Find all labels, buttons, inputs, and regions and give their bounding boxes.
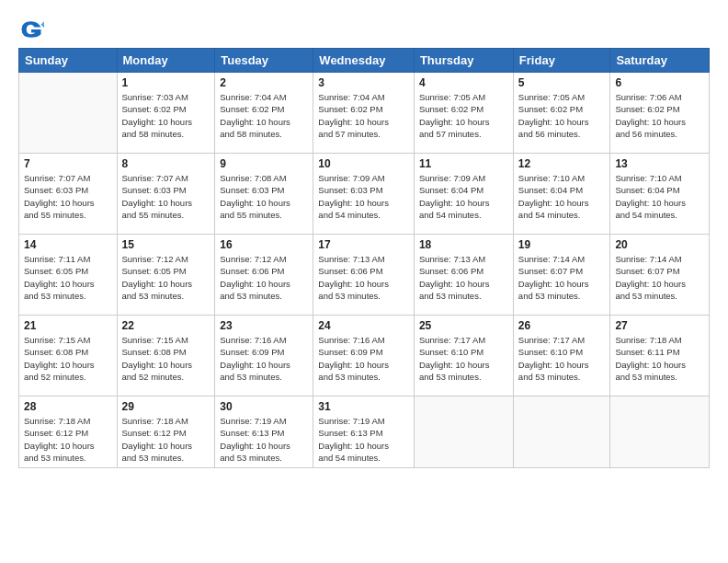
calendar-cell: 21Sunrise: 7:15 AM Sunset: 6:08 PM Dayli… xyxy=(19,316,118,396)
day-number: 22 xyxy=(122,319,210,332)
day-number: 4 xyxy=(419,76,508,89)
day-info: Sunrise: 7:05 AM Sunset: 6:02 PM Dayligh… xyxy=(518,91,606,140)
day-info: Sunrise: 7:09 AM Sunset: 6:04 PM Dayligh… xyxy=(419,172,508,221)
calendar-cell: 20Sunrise: 7:14 AM Sunset: 6:07 PM Dayli… xyxy=(610,235,710,316)
day-info: Sunrise: 7:04 AM Sunset: 6:02 PM Dayligh… xyxy=(318,91,409,140)
weekday-header-saturday: Saturday xyxy=(610,49,710,73)
calendar-cell: 18Sunrise: 7:13 AM Sunset: 6:06 PM Dayli… xyxy=(414,235,513,316)
day-info: Sunrise: 7:10 AM Sunset: 6:04 PM Dayligh… xyxy=(518,172,606,221)
day-info: Sunrise: 7:10 AM Sunset: 6:04 PM Dayligh… xyxy=(615,172,704,221)
day-number: 20 xyxy=(615,238,704,251)
day-number: 18 xyxy=(419,238,508,251)
day-number: 12 xyxy=(518,157,606,170)
calendar-cell: 3Sunrise: 7:04 AM Sunset: 6:02 PM Daylig… xyxy=(313,73,415,154)
calendar-cell xyxy=(610,396,710,468)
day-info: Sunrise: 7:14 AM Sunset: 6:07 PM Dayligh… xyxy=(615,253,704,302)
day-number: 25 xyxy=(419,319,508,332)
day-info: Sunrise: 7:19 AM Sunset: 6:13 PM Dayligh… xyxy=(318,415,409,464)
calendar-cell: 25Sunrise: 7:17 AM Sunset: 6:10 PM Dayli… xyxy=(414,316,513,396)
day-number: 1 xyxy=(122,76,210,89)
day-number: 27 xyxy=(615,319,704,332)
calendar-cell xyxy=(19,73,118,154)
calendar-cell: 29Sunrise: 7:18 AM Sunset: 6:12 PM Dayli… xyxy=(117,396,215,468)
day-info: Sunrise: 7:03 AM Sunset: 6:02 PM Dayligh… xyxy=(122,91,210,140)
header xyxy=(18,17,710,42)
day-info: Sunrise: 7:16 AM Sunset: 6:09 PM Dayligh… xyxy=(318,334,409,383)
calendar-cell: 2Sunrise: 7:04 AM Sunset: 6:02 PM Daylig… xyxy=(215,73,313,154)
day-info: Sunrise: 7:15 AM Sunset: 6:08 PM Dayligh… xyxy=(24,334,112,383)
day-info: Sunrise: 7:07 AM Sunset: 6:03 PM Dayligh… xyxy=(122,172,210,221)
page: SundayMondayTuesdayWednesdayThursdayFrid… xyxy=(0,0,728,563)
weekday-header-friday: Friday xyxy=(513,49,610,73)
day-number: 9 xyxy=(220,157,308,170)
calendar-cell: 22Sunrise: 7:15 AM Sunset: 6:08 PM Dayli… xyxy=(117,316,215,396)
day-info: Sunrise: 7:04 AM Sunset: 6:02 PM Dayligh… xyxy=(220,91,308,140)
day-number: 7 xyxy=(24,157,112,170)
day-info: Sunrise: 7:18 AM Sunset: 6:11 PM Dayligh… xyxy=(615,334,704,383)
day-number: 23 xyxy=(220,319,308,332)
day-info: Sunrise: 7:07 AM Sunset: 6:03 PM Dayligh… xyxy=(24,172,112,221)
day-number: 19 xyxy=(518,238,606,251)
day-info: Sunrise: 7:17 AM Sunset: 6:10 PM Dayligh… xyxy=(518,334,606,383)
day-info: Sunrise: 7:12 AM Sunset: 6:06 PM Dayligh… xyxy=(220,253,308,302)
calendar-cell: 6Sunrise: 7:06 AM Sunset: 6:02 PM Daylig… xyxy=(610,73,710,154)
calendar-cell: 26Sunrise: 7:17 AM Sunset: 6:10 PM Dayli… xyxy=(513,316,610,396)
day-number: 8 xyxy=(122,157,210,170)
calendar-cell: 12Sunrise: 7:10 AM Sunset: 6:04 PM Dayli… xyxy=(513,154,610,235)
weekday-header-sunday: Sunday xyxy=(19,49,118,73)
week-row-2: 7Sunrise: 7:07 AM Sunset: 6:03 PM Daylig… xyxy=(19,154,710,235)
logo xyxy=(18,17,46,42)
day-info: Sunrise: 7:08 AM Sunset: 6:03 PM Dayligh… xyxy=(220,172,308,221)
calendar-cell: 30Sunrise: 7:19 AM Sunset: 6:13 PM Dayli… xyxy=(215,396,313,468)
day-info: Sunrise: 7:11 AM Sunset: 6:05 PM Dayligh… xyxy=(24,253,112,302)
weekday-header-thursday: Thursday xyxy=(414,49,513,73)
day-number: 11 xyxy=(419,157,508,170)
calendar-cell: 7Sunrise: 7:07 AM Sunset: 6:03 PM Daylig… xyxy=(19,154,118,235)
day-info: Sunrise: 7:18 AM Sunset: 6:12 PM Dayligh… xyxy=(24,415,112,464)
day-number: 21 xyxy=(24,319,112,332)
day-info: Sunrise: 7:16 AM Sunset: 6:09 PM Dayligh… xyxy=(220,334,308,383)
day-number: 16 xyxy=(220,238,308,251)
day-info: Sunrise: 7:14 AM Sunset: 6:07 PM Dayligh… xyxy=(518,253,606,302)
calendar-cell: 16Sunrise: 7:12 AM Sunset: 6:06 PM Dayli… xyxy=(215,235,313,316)
calendar-cell: 31Sunrise: 7:19 AM Sunset: 6:13 PM Dayli… xyxy=(313,396,415,468)
calendar-cell: 5Sunrise: 7:05 AM Sunset: 6:02 PM Daylig… xyxy=(513,73,610,154)
day-info: Sunrise: 7:05 AM Sunset: 6:02 PM Dayligh… xyxy=(419,91,508,140)
weekday-row: SundayMondayTuesdayWednesdayThursdayFrid… xyxy=(19,49,710,73)
calendar-cell: 13Sunrise: 7:10 AM Sunset: 6:04 PM Dayli… xyxy=(610,154,710,235)
weekday-header-tuesday: Tuesday xyxy=(215,49,313,73)
calendar-cell: 23Sunrise: 7:16 AM Sunset: 6:09 PM Dayli… xyxy=(215,316,313,396)
day-number: 2 xyxy=(220,76,308,89)
calendar-cell: 9Sunrise: 7:08 AM Sunset: 6:03 PM Daylig… xyxy=(215,154,313,235)
calendar-cell: 4Sunrise: 7:05 AM Sunset: 6:02 PM Daylig… xyxy=(414,73,513,154)
day-info: Sunrise: 7:13 AM Sunset: 6:06 PM Dayligh… xyxy=(318,253,409,302)
calendar-cell: 11Sunrise: 7:09 AM Sunset: 6:04 PM Dayli… xyxy=(414,154,513,235)
calendar-cell: 28Sunrise: 7:18 AM Sunset: 6:12 PM Dayli… xyxy=(19,396,118,468)
calendar-cell: 24Sunrise: 7:16 AM Sunset: 6:09 PM Dayli… xyxy=(313,316,415,396)
calendar-cell: 19Sunrise: 7:14 AM Sunset: 6:07 PM Dayli… xyxy=(513,235,610,316)
day-number: 14 xyxy=(24,238,112,251)
day-number: 26 xyxy=(518,319,606,332)
calendar-cell xyxy=(513,396,610,468)
calendar-body: 1Sunrise: 7:03 AM Sunset: 6:02 PM Daylig… xyxy=(19,73,710,468)
day-info: Sunrise: 7:12 AM Sunset: 6:05 PM Dayligh… xyxy=(122,253,210,302)
day-info: Sunrise: 7:06 AM Sunset: 6:02 PM Dayligh… xyxy=(615,91,704,140)
day-info: Sunrise: 7:17 AM Sunset: 6:10 PM Dayligh… xyxy=(419,334,508,383)
week-row-4: 21Sunrise: 7:15 AM Sunset: 6:08 PM Dayli… xyxy=(19,316,710,396)
calendar-header: SundayMondayTuesdayWednesdayThursdayFrid… xyxy=(19,49,710,73)
logo-icon xyxy=(18,17,44,42)
day-number: 28 xyxy=(24,400,112,413)
calendar-cell: 14Sunrise: 7:11 AM Sunset: 6:05 PM Dayli… xyxy=(19,235,118,316)
day-number: 24 xyxy=(318,319,409,332)
calendar-cell: 1Sunrise: 7:03 AM Sunset: 6:02 PM Daylig… xyxy=(117,73,215,154)
calendar-cell: 17Sunrise: 7:13 AM Sunset: 6:06 PM Dayli… xyxy=(313,235,415,316)
calendar-cell: 8Sunrise: 7:07 AM Sunset: 6:03 PM Daylig… xyxy=(117,154,215,235)
day-info: Sunrise: 7:09 AM Sunset: 6:03 PM Dayligh… xyxy=(318,172,409,221)
day-number: 30 xyxy=(220,400,308,413)
day-number: 3 xyxy=(318,76,409,89)
calendar-cell: 15Sunrise: 7:12 AM Sunset: 6:05 PM Dayli… xyxy=(117,235,215,316)
day-number: 6 xyxy=(615,76,704,89)
day-number: 29 xyxy=(122,400,210,413)
day-info: Sunrise: 7:13 AM Sunset: 6:06 PM Dayligh… xyxy=(419,253,508,302)
day-number: 13 xyxy=(615,157,704,170)
